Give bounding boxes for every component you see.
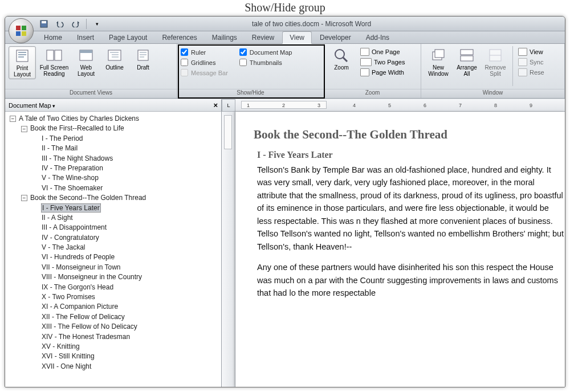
tree-chapter[interactable]: I - The Period: [31, 134, 218, 144]
qat-separator: [86, 19, 87, 29]
outline-label: Outline: [105, 64, 124, 71]
svg-rect-0: [16, 26, 21, 30]
office-button[interactable]: [9, 18, 34, 43]
message-bar-label: Message Bar: [191, 70, 228, 76]
tree-chapter[interactable]: IV - The Preparation: [31, 164, 218, 173]
reading-icon: [45, 47, 63, 63]
draft-label: Draft: [137, 64, 149, 71]
zoom-button[interactable]: Zoom: [328, 46, 355, 72]
tab-developer[interactable]: Developer: [313, 32, 358, 43]
ruler-checkbox[interactable]: Ruler: [181, 48, 228, 56]
tree-chapter[interactable]: I - Five Years Later: [31, 203, 218, 213]
document-map-tree[interactable]: −A Tale of Two Cities by Charles Dickens…: [5, 112, 221, 387]
ruler-tick: 7: [459, 103, 462, 108]
doc-heading-2: I - Five Years Later: [257, 150, 565, 160]
remove-split-button: Remove Split: [482, 46, 509, 78]
reset-label: Rese: [530, 69, 544, 76]
tree-chapter[interactable]: IV - Congratulatory: [31, 233, 218, 243]
tree-chapter[interactable]: II - The Mail: [31, 144, 218, 153]
tab-review[interactable]: Review: [245, 32, 281, 43]
collapse-icon[interactable]: −: [21, 126, 27, 132]
tree-chapter[interactable]: XIV - The Honest Tradesman: [31, 332, 218, 342]
tree-chapter[interactable]: VI - Hundreds of People: [31, 252, 218, 262]
horizontal-ruler[interactable]: 123456789: [235, 99, 565, 112]
tree-chapter[interactable]: IX - The Gorgon's Head: [31, 283, 218, 292]
tab-page-layout[interactable]: Page Layout: [102, 32, 154, 43]
sync-icon: [518, 58, 527, 66]
tree-chapter[interactable]: XVII - One Night: [31, 362, 218, 371]
tree-chapter[interactable]: III - The Night Shadows: [31, 154, 218, 164]
vertical-ruler[interactable]: [222, 112, 235, 387]
tab-references[interactable]: References: [155, 32, 203, 43]
qat-save-button[interactable]: [37, 18, 51, 30]
doc-heading-1: Book the Second--The Golden Thread: [254, 128, 565, 142]
document-map-checkbox[interactable]: Document Map: [239, 48, 292, 56]
print-layout-button[interactable]: Print Layout: [9, 46, 36, 79]
qat-undo-button[interactable]: [53, 18, 67, 30]
web-layout-icon: [77, 47, 95, 63]
ribbon-tabs: Home Insert Page Layout References Maili…: [5, 31, 565, 44]
view-side-button[interactable]: View: [516, 47, 546, 56]
tree-chapter[interactable]: V - The Wine-shop: [31, 173, 218, 183]
thumbnails-label: Thumbnails: [250, 59, 282, 66]
one-page-button[interactable]: One Page: [359, 47, 406, 56]
arrange-all-icon: [458, 47, 476, 63]
tree-chapter[interactable]: II - A Sight: [31, 213, 218, 223]
outline-button[interactable]: Outline: [101, 46, 128, 72]
tree-chapter[interactable]: VI - The Shoemaker: [31, 183, 218, 193]
tree-root[interactable]: −A Tale of Two Cities by Charles Dickens…: [9, 114, 220, 371]
qat-customize-button[interactable]: ▾: [90, 18, 104, 30]
tab-insert[interactable]: Insert: [70, 32, 101, 43]
redo-icon: [72, 21, 80, 27]
ruler-tick: 1: [247, 103, 250, 108]
draft-button[interactable]: Draft: [129, 46, 157, 72]
tree-chapter[interactable]: VIII - Monseigneur in the Country: [31, 272, 218, 282]
tree-chapter[interactable]: III - A Disappointment: [31, 223, 218, 232]
tree-chapter[interactable]: XV - Knitting: [31, 342, 218, 352]
tree-chapter[interactable]: VII - Monseigneur in Town: [31, 263, 218, 272]
document-page[interactable]: Book the Second--The Golden Thread I - F…: [235, 112, 565, 387]
ribbon: Print Layout Full Screen Reading Web Lay…: [5, 44, 565, 99]
tree-chapter[interactable]: XVI - Still Knitting: [31, 352, 218, 361]
collapse-icon[interactable]: −: [10, 116, 16, 122]
tree-chapter[interactable]: XI - A Companion Picture: [31, 302, 218, 312]
tab-home[interactable]: Home: [37, 32, 69, 43]
tab-addins[interactable]: Add-Ins: [359, 32, 396, 43]
tab-view[interactable]: View: [282, 31, 312, 44]
view-side-icon: [518, 48, 527, 56]
document-map-label: Document Map: [250, 49, 292, 56]
arrange-all-label: Arrange All: [454, 64, 479, 77]
ruler-tick: 3: [317, 103, 320, 108]
tab-mailings[interactable]: Mailings: [205, 32, 244, 43]
ruler-corner-button[interactable]: L: [222, 99, 235, 112]
thumbnails-checkbox[interactable]: Thumbnails: [239, 59, 292, 66]
window-title: tale of two cities.docm - Microsoft Word: [104, 20, 565, 28]
quick-access-toolbar: ▾: [37, 17, 104, 31]
tree-book1[interactable]: −Book the First--Recalled to Life I - Th…: [20, 124, 219, 193]
two-pages-icon: [360, 58, 372, 66]
separator: [512, 46, 513, 86]
remove-split-icon: [486, 47, 504, 63]
new-window-button[interactable]: New Window: [425, 46, 452, 78]
outline-icon: [105, 47, 124, 63]
tree-chapter[interactable]: X - Two Promises: [31, 292, 218, 302]
document-map-dropdown[interactable]: Document Map: [9, 102, 55, 109]
gridlines-checkbox[interactable]: Gridlines: [181, 59, 228, 66]
qat-redo-button[interactable]: [69, 18, 83, 30]
app-window: ▾ tale of two cities.docm - Microsoft Wo…: [5, 16, 565, 387]
tree-chapter[interactable]: XIII - The Fellow of No Delicacy: [31, 322, 218, 332]
collapse-icon[interactable]: −: [21, 195, 27, 201]
page-width-button[interactable]: Page Width: [359, 68, 406, 77]
two-pages-button[interactable]: Two Pages: [359, 58, 406, 67]
full-screen-reading-button[interactable]: Full Screen Reading: [37, 46, 71, 78]
group-zoom: Zoom One Page Two Pages Page Width Zoom: [324, 44, 421, 98]
web-layout-button[interactable]: Web Layout: [72, 46, 100, 78]
arrange-all-button[interactable]: Arrange All: [453, 46, 481, 78]
doc-paragraph-1: Tellson's Bank by Temple Bar was an old-…: [257, 164, 565, 253]
tree-book2[interactable]: −Book the Second--The Golden Thread I - …: [20, 193, 219, 371]
tree-chapter[interactable]: XII - The Fellow of Delicacy: [31, 312, 218, 322]
message-bar-checkbox: Message Bar: [181, 69, 228, 76]
tree-chapter[interactable]: V - The Jackal: [31, 243, 218, 252]
document-map-close-button[interactable]: ×: [213, 101, 218, 109]
office-logo-icon: [14, 24, 28, 38]
